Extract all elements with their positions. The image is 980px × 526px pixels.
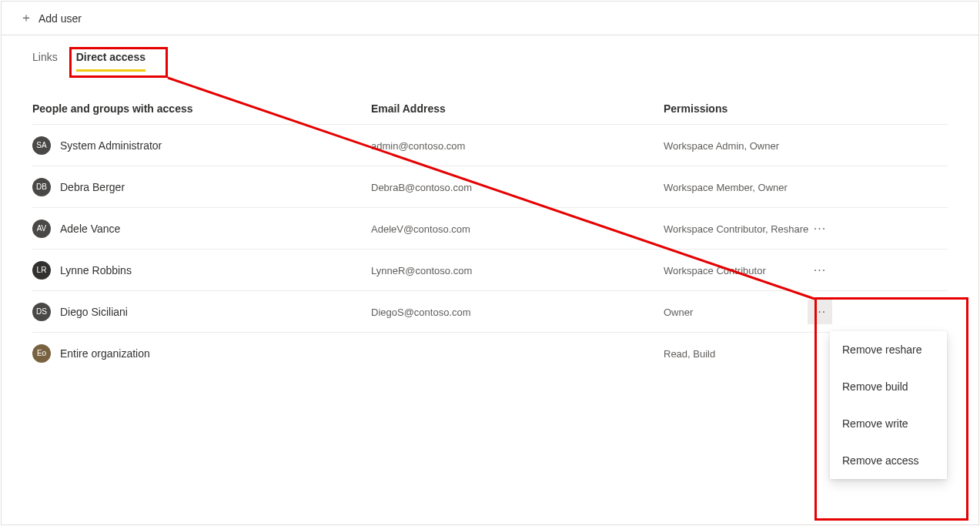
plus-icon: ＋: [20, 10, 32, 26]
user-name: Diego Siciliani: [60, 306, 128, 318]
user-email: LynneR@contoso.com: [371, 265, 472, 276]
tab-links[interactable]: Links: [32, 51, 58, 72]
context-menu: Remove reshare Remove build Remove write…: [830, 331, 947, 479]
tab-direct-access[interactable]: Direct access: [76, 51, 145, 72]
header-email: Email Address: [371, 102, 664, 115]
menu-item-remove-access[interactable]: Remove access: [830, 442, 947, 479]
table-row: Eo Entire organization Read, Build: [32, 332, 948, 374]
add-user-button[interactable]: ＋ Add user: [14, 5, 88, 31]
user-name: Entire organization: [60, 347, 150, 360]
user-name: Lynne Robbins: [60, 264, 132, 276]
tabs: Links Direct access: [2, 35, 978, 72]
user-email: DebraB@contoso.com: [371, 182, 472, 193]
user-email: DiegoS@contoso.com: [371, 307, 471, 318]
table-row: LR Lynne Robbins LynneR@contoso.com Work…: [32, 249, 948, 290]
more-options-button[interactable]: ···: [808, 300, 832, 324]
table-row: DB Debra Berger DebraB@contoso.com Works…: [32, 166, 948, 207]
avatar: AV: [32, 219, 51, 238]
table-row: AV Adele Vance AdeleV@contoso.com Worksp…: [32, 207, 948, 249]
avatar: SA: [32, 136, 51, 155]
avatar: DB: [32, 178, 51, 196]
menu-item-remove-write[interactable]: Remove write: [830, 405, 947, 442]
user-name: Adele Vance: [60, 223, 120, 235]
user-name: Debra Berger: [60, 181, 125, 193]
user-email: admin@contoso.com: [371, 140, 465, 152]
user-name: System Administrator: [60, 139, 162, 152]
user-permissions: Owner: [664, 307, 693, 318]
permissions-panel: ＋ Add user Links Direct access People an…: [1, 1, 979, 525]
more-options-button[interactable]: ···: [808, 216, 832, 241]
user-permissions: Workspace Admin, Owner: [664, 140, 779, 152]
menu-item-remove-reshare[interactable]: Remove reshare: [830, 331, 947, 368]
avatar: DS: [32, 303, 51, 321]
add-user-label: Add user: [38, 12, 82, 25]
ellipsis-icon: ···: [814, 222, 826, 236]
header-people: People and groups with access: [32, 102, 371, 115]
avatar: Eo: [32, 344, 51, 363]
toolbar: ＋ Add user: [2, 2, 978, 35]
table-headers: People and groups with access Email Addr…: [2, 72, 978, 124]
user-permissions: Workspace Contributor: [664, 265, 766, 276]
table-row: SA System Administrator admin@contoso.co…: [32, 124, 948, 166]
user-email: AdeleV@contoso.com: [371, 223, 470, 235]
user-permissions: Workspace Member, Owner: [664, 182, 788, 193]
header-permissions: Permissions: [664, 102, 948, 115]
table-row: DS Diego Siciliani DiegoS@contoso.com Ow…: [32, 290, 948, 332]
avatar: LR: [32, 261, 51, 280]
ellipsis-icon: ···: [814, 263, 826, 277]
user-permissions: Read, Build: [664, 348, 715, 360]
user-permissions: Workspace Contributor, Reshare: [664, 223, 808, 235]
menu-item-remove-build[interactable]: Remove build: [830, 368, 947, 405]
more-options-button[interactable]: ···: [808, 258, 832, 283]
ellipsis-icon: ···: [814, 305, 826, 319]
